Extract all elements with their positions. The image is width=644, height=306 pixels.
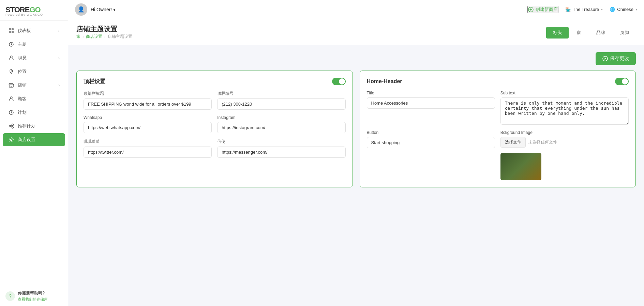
bg-image-preview-inner <box>500 153 541 180</box>
messenger-input[interactable] <box>217 147 345 158</box>
svg-point-11 <box>9 125 11 127</box>
sidebar-item-dashboard[interactable]: 仪表板 › <box>3 24 65 37</box>
svg-point-13 <box>12 127 14 128</box>
topbar-number-input[interactable] <box>217 98 345 110</box>
sidebar-item-label: 主题 <box>18 41 27 47</box>
bg-image-label: Bckground Image <box>500 130 629 135</box>
whatsapp-label: Whatsapp <box>84 115 212 120</box>
svg-rect-1 <box>12 28 14 30</box>
home-button-label: Button <box>367 130 495 135</box>
check-icon <box>602 56 608 61</box>
sidebar-footer: ? 你需要帮助吗? 查看我们的存储库 <box>0 286 68 306</box>
twitter-label: 叽叽喳喳 <box>84 139 212 144</box>
sidebar-item-customer[interactable]: 顾客 <box>3 92 65 105</box>
topbar-card-title: 顶栏设置 <box>84 78 105 85</box>
plan-icon <box>8 109 14 116</box>
sidebar: STOREGO Powered By WORKGO 仪表板 › 主题 <box>0 0 68 306</box>
instagram-label: Instagram <box>217 115 345 120</box>
referral-icon <box>8 123 14 129</box>
topbar-number-label: 顶栏编号 <box>217 91 345 96</box>
home-button-input[interactable] <box>367 137 495 148</box>
bg-image-group: Bckground Image 选择文件 未选择任何文件 <box>500 130 629 180</box>
sidebar-item-settings[interactable]: 商店设置 <box>3 133 65 146</box>
svg-point-12 <box>12 124 14 126</box>
help-title: 你需要帮助吗? <box>18 290 48 296</box>
save-btn-row: 保存更改 <box>76 52 636 65</box>
chevron-down-icon: ▾ <box>635 7 637 11</box>
home-header-toggle[interactable] <box>615 78 629 85</box>
sidebar-item-label: 店铺 <box>18 82 27 88</box>
svg-rect-0 <box>9 28 11 30</box>
breadcrumb-settings[interactable]: 商店设置 <box>86 34 102 40</box>
tab-bar: 标头 家 品牌 页脚 <box>546 27 636 39</box>
instagram-input[interactable] <box>217 122 345 133</box>
content-area: 店铺主题设置 家 › 商店设置 › 店铺主题设置 标头 家 品牌 页 <box>68 19 644 306</box>
tab-brand[interactable]: 品牌 <box>589 27 612 39</box>
page-title-row: 店铺主题设置 家 › 商店设置 › 店铺主题设置 标头 家 品牌 页 <box>76 25 636 41</box>
chevron-right-icon: › <box>58 83 60 87</box>
topbar-title-input[interactable] <box>84 98 212 110</box>
topbar-toggle[interactable] <box>332 78 346 85</box>
file-choose-button[interactable]: 选择文件 <box>500 137 526 148</box>
user-greeting[interactable]: Hi,Owner! ▾ <box>91 7 116 12</box>
home-header-card-header: Home-Header <box>367 78 629 85</box>
sidebar-item-store[interactable]: 店铺 › <box>3 79 65 92</box>
store-selector[interactable]: 🏪 The Treasure ▾ <box>565 7 603 12</box>
logo-powered: Powered By WORKGO <box>5 13 62 16</box>
dropdown-arrow-icon: ▾ <box>113 7 116 12</box>
chevron-right-icon: › <box>58 29 60 33</box>
chevron-down-icon: ▾ <box>601 7 603 11</box>
sidebar-item-theme[interactable]: 主题 <box>3 38 65 51</box>
help-link[interactable]: 查看我们的存储库 <box>18 297 48 302</box>
breadcrumb-current: 店铺主题设置 <box>108 34 132 40</box>
settings-icon <box>8 137 14 143</box>
dashboard-icon <box>8 28 14 34</box>
save-button[interactable]: 保存更改 <box>596 52 636 65</box>
language-selector[interactable]: 🌐 Chinese ▾ <box>610 7 637 12</box>
settings-grid: 顶栏设置 顶部栏标题 顶栏编号 <box>76 71 636 187</box>
breadcrumb-sep: › <box>83 34 84 39</box>
topbar-title-label: 顶部栏标题 <box>84 91 212 96</box>
store-icon: 🏪 <box>565 7 571 12</box>
whatsapp-input[interactable] <box>84 122 212 133</box>
page-header: 店铺主题设置 家 › 商店设置 › 店铺主题设置 标头 家 品牌 页 <box>68 19 644 45</box>
plus-circle-icon <box>528 7 534 12</box>
location-icon <box>8 68 14 75</box>
sidebar-item-label: 职员 <box>18 55 27 61</box>
globe-icon: 🌐 <box>610 7 615 12</box>
messenger-group: 信使 <box>217 139 345 158</box>
chevron-right-icon: › <box>58 56 60 60</box>
logo-area: STOREGO Powered By WORKGO <box>0 0 68 21</box>
sidebar-item-label: 商店设置 <box>18 137 35 143</box>
home-header-title: Home-Header <box>367 78 402 85</box>
breadcrumb-home[interactable]: 家 <box>76 34 80 40</box>
tab-footer[interactable]: 页脚 <box>613 27 636 39</box>
whatsapp-group: Whatsapp <box>84 115 212 133</box>
home-button-group: Button <box>367 130 495 180</box>
sidebar-item-label: 推荐计划 <box>18 123 35 129</box>
sidebar-item-label: 计划 <box>18 109 27 116</box>
home-subtext-textarea[interactable]: There is only that moment and the incred… <box>500 97 629 125</box>
sidebar-item-plan[interactable]: 计划 <box>3 106 65 119</box>
tab-home[interactable]: 家 <box>570 27 588 39</box>
home-title-group: Title <box>367 91 495 125</box>
sidebar-item-referral[interactable]: 推荐计划 <box>3 120 65 133</box>
svg-point-9 <box>10 97 12 99</box>
topbar-form-row-3: 叽叽喳喳 信使 <box>84 139 346 158</box>
sidebar-item-label: 位置 <box>18 68 27 75</box>
create-store-button[interactable]: 创建新商店 <box>527 6 558 13</box>
topbar-left: 👤 Hi,Owner! ▾ <box>75 3 116 16</box>
customer-icon <box>8 96 14 102</box>
twitter-input[interactable] <box>84 147 212 158</box>
store-icon <box>8 82 14 88</box>
breadcrumb-sep: › <box>104 34 106 39</box>
tab-header[interactable]: 标头 <box>546 27 569 39</box>
home-title-label: Title <box>367 91 495 95</box>
sidebar-item-location[interactable]: 位置 <box>3 65 65 78</box>
content-inner: 保存更改 顶栏设置 顶部栏标题 <box>68 45 644 194</box>
sidebar-item-label: 顾客 <box>18 96 27 102</box>
home-header-title-row: Title Sub text There is only that moment… <box>367 91 629 130</box>
sidebar-item-staff[interactable]: 职员 › <box>3 51 65 64</box>
home-title-input[interactable] <box>367 97 495 109</box>
svg-point-6 <box>11 71 12 72</box>
